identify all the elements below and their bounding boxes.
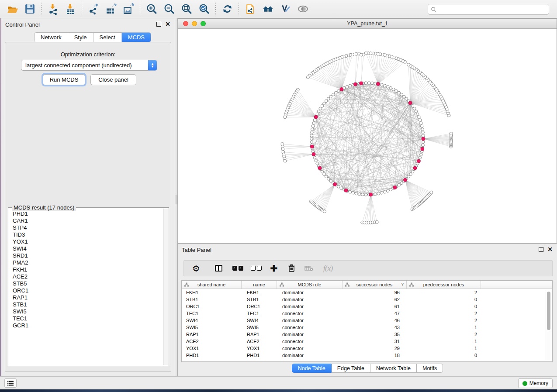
cell-predecessor-nodes[interactable]: 2 xyxy=(407,318,481,323)
cell-name[interactable]: PHD1 xyxy=(242,353,277,358)
search-box[interactable] xyxy=(428,4,549,15)
result-node-item[interactable]: PMA2 xyxy=(13,259,162,266)
cell-shared-name[interactable]: YOX1 xyxy=(182,346,242,351)
float-panel-icon[interactable] xyxy=(156,22,161,27)
result-scrollbar[interactable] xyxy=(163,209,168,365)
task-history-button[interactable] xyxy=(4,378,17,388)
cell-predecessor-nodes[interactable]: 1 xyxy=(407,339,481,344)
import-network-button[interactable] xyxy=(44,2,62,17)
cell-successor-nodes[interactable]: 61 xyxy=(343,304,407,309)
cell-predecessor-nodes[interactable]: 2 xyxy=(407,311,481,316)
cell-successor-nodes[interactable]: 47 xyxy=(343,311,407,316)
cell-MCDS-role[interactable]: dominator xyxy=(277,318,343,323)
cell-shared-name[interactable]: STB1 xyxy=(182,297,242,302)
panel-splitter[interactable] xyxy=(175,18,178,376)
column-header-shared-name[interactable]: shared name xyxy=(182,281,242,289)
table-row[interactable]: ACE2ACE2connector311 xyxy=(182,338,552,345)
tab-mcds[interactable]: MCDS xyxy=(122,33,151,42)
cell-shared-name[interactable]: RAP1 xyxy=(182,332,242,337)
show-columns-button[interactable] xyxy=(208,261,228,276)
import-table-button[interactable] xyxy=(62,2,79,17)
tab-motifs[interactable]: Motifs xyxy=(417,364,443,373)
network-window-titlebar[interactable]: YPA_prune.txt_1 xyxy=(178,19,557,29)
cell-successor-nodes[interactable]: 31 xyxy=(343,339,407,344)
column-header-name[interactable]: name xyxy=(242,281,277,289)
column-header-successor-nodes[interactable]: successor nodes∨ xyxy=(343,281,407,289)
cell-successor-nodes[interactable]: 29 xyxy=(343,346,407,351)
result-node-item[interactable]: PHD1 xyxy=(13,210,162,217)
cell-MCDS-role[interactable]: dominator xyxy=(277,353,343,358)
table-row[interactable]: FKH1FKH1dominator962 xyxy=(182,289,552,296)
result-node-item[interactable]: STB1 xyxy=(13,301,162,308)
cell-name[interactable]: STB1 xyxy=(242,297,277,302)
cell-shared-name[interactable]: PHD1 xyxy=(182,353,242,358)
close-panel-button[interactable]: Close panel xyxy=(90,74,136,85)
export-network-button[interactable] xyxy=(85,2,102,17)
cell-MCDS-role[interactable]: dominator xyxy=(277,332,343,337)
cell-MCDS-role[interactable]: connector xyxy=(277,339,343,344)
table-row[interactable]: SWI4SWI4dominator462 xyxy=(182,317,552,324)
result-node-item[interactable]: TID3 xyxy=(13,231,162,238)
cell-name[interactable]: YOX1 xyxy=(242,346,277,351)
table-row[interactable]: SWI5SWI5connector431 xyxy=(182,324,552,331)
table-settings-button[interactable]: ⚙ xyxy=(184,261,208,276)
result-node-item[interactable]: ACE2 xyxy=(13,273,162,280)
tab-select[interactable]: Select xyxy=(93,33,122,42)
scrollbar-thumb[interactable] xyxy=(547,292,550,330)
refresh-view-button[interactable] xyxy=(218,2,236,17)
cell-name[interactable]: TEC1 xyxy=(242,311,277,316)
table-row[interactable]: PHD1PHD1dominator180 xyxy=(182,352,552,359)
cell-name[interactable]: SWI5 xyxy=(242,325,277,330)
result-node-item[interactable]: YOX1 xyxy=(13,238,162,245)
cell-name[interactable]: RAP1 xyxy=(242,332,277,337)
result-node-item[interactable]: STP4 xyxy=(13,224,162,231)
deselect-all-columns-button[interactable] xyxy=(247,261,265,276)
cell-predecessor-nodes[interactable]: 0 xyxy=(407,297,481,302)
node-table[interactable]: shared namenameMCDS rolesuccessor nodes∨… xyxy=(181,280,553,362)
cell-name[interactable]: ORC1 xyxy=(242,304,277,309)
cell-shared-name[interactable]: SWI4 xyxy=(182,318,242,323)
criterion-select[interactable]: largest connected component (undirected)… xyxy=(21,60,157,71)
open-file-button[interactable] xyxy=(3,2,21,17)
result-node-item[interactable]: CAR1 xyxy=(13,217,162,224)
cell-shared-name[interactable]: TEC1 xyxy=(182,311,242,316)
home-networks-button[interactable] xyxy=(259,2,277,17)
table-row[interactable]: STB1STB1dominator620 xyxy=(182,296,552,303)
network-canvas[interactable] xyxy=(178,29,557,243)
column-header-predecessor-nodes[interactable]: predecessor nodes xyxy=(407,281,481,289)
cell-predecessor-nodes[interactable]: 1 xyxy=(407,325,481,330)
cell-predecessor-nodes[interactable]: 2 xyxy=(407,332,481,337)
cell-name[interactable]: ACE2 xyxy=(242,339,277,344)
table-scrollbar[interactable] xyxy=(546,292,550,360)
run-mcds-button[interactable]: Run MCDS xyxy=(43,74,85,85)
table-row[interactable]: YOX1YOX1connector291 xyxy=(182,345,552,352)
search-input[interactable] xyxy=(437,5,549,14)
column-header-MCDS-role[interactable]: MCDS role xyxy=(277,281,343,289)
cell-MCDS-role[interactable]: connector xyxy=(277,311,343,316)
share-document-button[interactable] xyxy=(242,2,259,17)
cell-successor-nodes[interactable]: 96 xyxy=(343,290,407,295)
tab-node-table[interactable]: Node Table xyxy=(292,364,332,373)
result-node-item[interactable]: GCR1 xyxy=(13,322,162,329)
cell-predecessor-nodes[interactable]: 1 xyxy=(407,346,481,351)
cell-shared-name[interactable]: ACE2 xyxy=(182,339,242,344)
cell-MCDS-role[interactable]: dominator xyxy=(277,297,343,302)
cell-MCDS-role[interactable]: connector xyxy=(277,346,343,351)
cell-predecessor-nodes[interactable]: 0 xyxy=(407,304,481,309)
table-row[interactable]: TEC1TEC1connector472 xyxy=(182,310,552,317)
tab-network[interactable]: Network xyxy=(35,33,68,42)
zoom-in-button[interactable] xyxy=(143,2,160,17)
export-table-button[interactable] xyxy=(102,2,120,17)
cell-shared-name[interactable]: FKH1 xyxy=(182,290,242,295)
table-row[interactable]: RAP1RAP1dominator352 xyxy=(182,331,552,338)
result-node-item[interactable]: STB5 xyxy=(13,280,162,287)
result-node-item[interactable]: FKH1 xyxy=(13,266,162,273)
vizmapper-button[interactable] xyxy=(277,2,294,17)
cell-predecessor-nodes[interactable]: 2 xyxy=(407,290,481,295)
tab-edge-table[interactable]: Edge Table xyxy=(332,364,370,373)
float-panel-icon[interactable] xyxy=(539,247,543,252)
cell-shared-name[interactable]: ORC1 xyxy=(182,304,242,309)
result-node-item[interactable]: ORC1 xyxy=(13,287,162,294)
export-image-button[interactable] xyxy=(120,2,137,17)
close-panel-icon[interactable]: ✕ xyxy=(165,22,170,27)
